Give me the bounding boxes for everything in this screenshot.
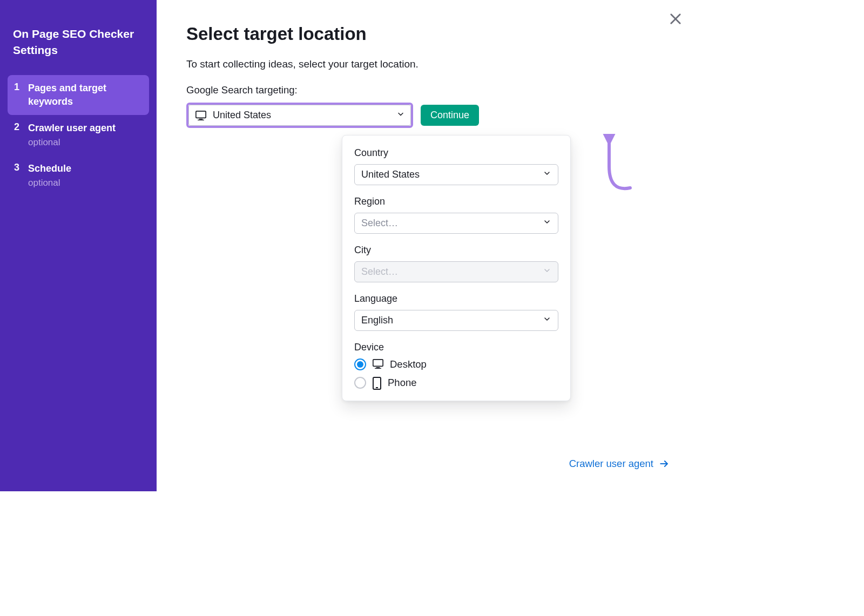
- desktop-icon: [373, 359, 383, 370]
- optional-tag: optional: [28, 136, 116, 149]
- chevron-down-icon: [543, 218, 551, 229]
- wizard-steps: 1 Pages and target keywords 2 Crawler us…: [8, 75, 149, 196]
- region-select[interactable]: Select…: [354, 213, 558, 234]
- svg-rect-4: [198, 119, 204, 120]
- step-label: Pages and target keywords: [28, 82, 143, 109]
- targeting-label: Google Search targeting:: [186, 84, 670, 96]
- device-option-label: Desktop: [390, 358, 427, 370]
- language-value: English: [361, 315, 393, 326]
- step-label: Schedule optional: [28, 162, 71, 189]
- targeting-row: United States Continue: [186, 103, 670, 128]
- field-device: Device Desktop Phone: [354, 342, 558, 389]
- step-number: 3: [14, 162, 22, 173]
- language-label: Language: [354, 293, 558, 304]
- language-select[interactable]: English: [354, 310, 558, 331]
- chevron-down-icon: [543, 266, 551, 277]
- city-select: Select…: [354, 261, 558, 282]
- chevron-down-icon: [543, 315, 551, 326]
- country-select[interactable]: United States: [354, 164, 558, 185]
- country-value: United States: [361, 169, 420, 180]
- radio-checked: [354, 358, 366, 370]
- svg-rect-2: [196, 111, 206, 117]
- close-icon: [668, 11, 683, 26]
- svg-rect-5: [373, 360, 383, 366]
- target-location-select[interactable]: United States: [188, 105, 411, 126]
- device-option-phone[interactable]: Phone: [354, 377, 558, 389]
- annotation-arrow: [597, 134, 640, 204]
- sidebar-item-schedule[interactable]: 3 Schedule optional: [8, 155, 149, 196]
- sidebar-item-crawler-agent[interactable]: 2 Crawler user agent optional: [8, 115, 149, 155]
- device-label: Device: [354, 342, 558, 353]
- sidebar: On Page SEO Checker Settings 1 Pages and…: [0, 0, 157, 491]
- next-step-label: Crawler user agent: [569, 458, 653, 470]
- arrow-right-icon: [659, 458, 670, 469]
- device-option-label: Phone: [388, 377, 417, 389]
- region-placeholder: Select…: [361, 218, 398, 229]
- radio-unchecked: [354, 377, 366, 389]
- page-subtitle: To start collecting ideas, select your t…: [186, 58, 670, 70]
- step-number: 2: [14, 121, 22, 133]
- field-city: City Select…: [354, 245, 558, 282]
- region-label: Region: [354, 196, 558, 207]
- field-country: Country United States: [354, 147, 558, 185]
- desktop-icon: [195, 111, 206, 120]
- close-button[interactable]: [666, 10, 685, 28]
- main-panel: Select target location To start collecti…: [157, 0, 697, 491]
- city-placeholder: Select…: [361, 266, 398, 277]
- target-select-value: United States: [213, 110, 271, 121]
- step-label: Crawler user agent optional: [28, 121, 116, 149]
- chevron-down-icon: [396, 110, 405, 121]
- svg-rect-7: [375, 368, 381, 369]
- device-options: Desktop Phone: [354, 358, 558, 389]
- country-label: Country: [354, 147, 558, 159]
- device-option-desktop[interactable]: Desktop: [354, 358, 558, 370]
- chevron-down-icon: [543, 169, 551, 180]
- phone-icon: [373, 377, 381, 389]
- svg-rect-6: [376, 367, 380, 368]
- next-step-link[interactable]: Crawler user agent: [569, 458, 670, 470]
- target-location-dropdown: Country United States Region Select… Cit…: [342, 135, 571, 401]
- optional-tag: optional: [28, 177, 71, 189]
- svg-rect-3: [199, 118, 203, 119]
- field-language: Language English: [354, 293, 558, 331]
- field-region: Region Select…: [354, 196, 558, 234]
- continue-button[interactable]: Continue: [421, 105, 479, 126]
- city-label: City: [354, 245, 558, 256]
- sidebar-item-pages-keywords[interactable]: 1 Pages and target keywords: [8, 75, 149, 115]
- sidebar-title: On Page SEO Checker Settings: [8, 10, 149, 75]
- target-select-highlight: United States: [186, 103, 413, 128]
- page-title: Select target location: [186, 24, 670, 44]
- step-number: 1: [14, 82, 22, 93]
